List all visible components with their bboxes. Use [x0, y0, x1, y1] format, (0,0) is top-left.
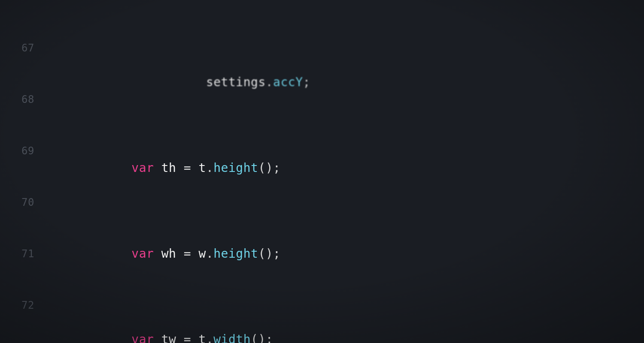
code-line[interactable]: var wh = w.height(); [42, 245, 644, 262]
code-line[interactable]: var tw = t.width(); [42, 331, 644, 343]
code-line[interactable]: settings.accY; [42, 74, 644, 91]
line-number-gutter: 67 68 69 70 71 72 73 74 75 76 77 78 79 8… [0, 0, 42, 343]
keyword-var: var [131, 332, 154, 343]
line-number: 71 [0, 245, 34, 262]
keyword-var: var [131, 161, 154, 175]
code-editor[interactable]: 67 68 69 70 71 72 73 74 75 76 77 78 79 8… [0, 0, 644, 343]
line-number: 69 [0, 142, 34, 159]
keyword-var: var [131, 247, 154, 261]
line-number: 70 [0, 194, 34, 211]
line-number: 68 [0, 91, 34, 108]
code-area[interactable]: settings.accY; var th = t.height(); var … [42, 0, 644, 343]
line-number: 67 [0, 39, 34, 57]
code-line[interactable]: var th = t.height(); [42, 159, 644, 177]
line-number: 72 [0, 297, 34, 314]
